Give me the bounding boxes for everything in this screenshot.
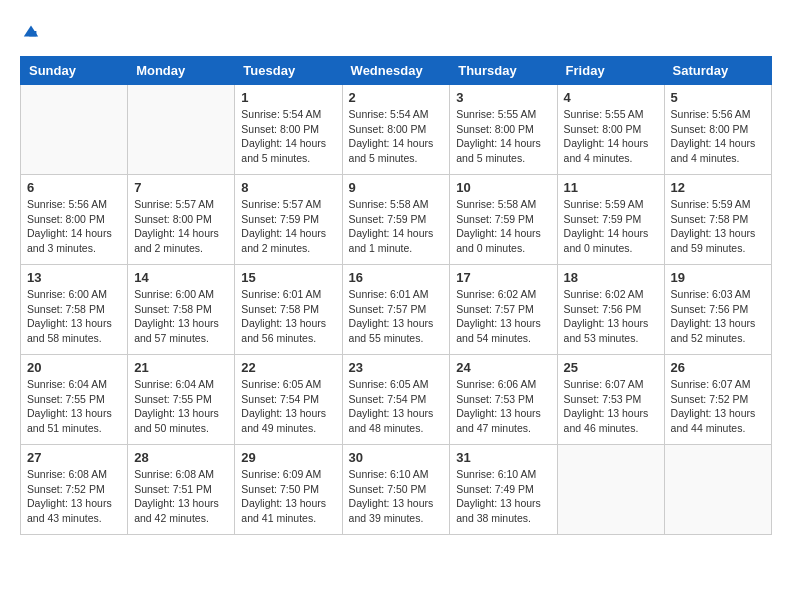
day-info: Sunrise: 6:04 AMSunset: 7:55 PMDaylight:… (27, 377, 121, 436)
day-number: 7 (134, 180, 228, 195)
day-number: 23 (349, 360, 444, 375)
day-info: Sunrise: 5:56 AMSunset: 8:00 PMDaylight:… (27, 197, 121, 256)
day-number: 19 (671, 270, 765, 285)
calendar-week-row: 1Sunrise: 5:54 AMSunset: 8:00 PMDaylight… (21, 85, 772, 175)
calendar-cell: 24Sunrise: 6:06 AMSunset: 7:53 PMDayligh… (450, 355, 557, 445)
calendar-cell: 10Sunrise: 5:58 AMSunset: 7:59 PMDayligh… (450, 175, 557, 265)
day-number: 1 (241, 90, 335, 105)
calendar-cell: 30Sunrise: 6:10 AMSunset: 7:50 PMDayligh… (342, 445, 450, 535)
calendar-cell (664, 445, 771, 535)
logo (20, 20, 40, 40)
day-number: 12 (671, 180, 765, 195)
day-info: Sunrise: 6:03 AMSunset: 7:56 PMDaylight:… (671, 287, 765, 346)
day-info: Sunrise: 6:08 AMSunset: 7:51 PMDaylight:… (134, 467, 228, 526)
calendar-header-friday: Friday (557, 57, 664, 85)
logo-icon (22, 22, 40, 40)
day-info: Sunrise: 6:02 AMSunset: 7:57 PMDaylight:… (456, 287, 550, 346)
calendar-cell: 9Sunrise: 5:58 AMSunset: 7:59 PMDaylight… (342, 175, 450, 265)
day-info: Sunrise: 6:08 AMSunset: 7:52 PMDaylight:… (27, 467, 121, 526)
day-info: Sunrise: 6:01 AMSunset: 7:58 PMDaylight:… (241, 287, 335, 346)
calendar-cell: 2Sunrise: 5:54 AMSunset: 8:00 PMDaylight… (342, 85, 450, 175)
day-number: 27 (27, 450, 121, 465)
day-number: 20 (27, 360, 121, 375)
calendar-cell: 28Sunrise: 6:08 AMSunset: 7:51 PMDayligh… (128, 445, 235, 535)
day-number: 30 (349, 450, 444, 465)
calendar-cell: 12Sunrise: 5:59 AMSunset: 7:58 PMDayligh… (664, 175, 771, 265)
day-info: Sunrise: 5:55 AMSunset: 8:00 PMDaylight:… (456, 107, 550, 166)
day-info: Sunrise: 6:10 AMSunset: 7:49 PMDaylight:… (456, 467, 550, 526)
page-header (20, 20, 772, 40)
calendar-cell: 27Sunrise: 6:08 AMSunset: 7:52 PMDayligh… (21, 445, 128, 535)
day-number: 21 (134, 360, 228, 375)
day-info: Sunrise: 5:55 AMSunset: 8:00 PMDaylight:… (564, 107, 658, 166)
calendar-week-row: 6Sunrise: 5:56 AMSunset: 8:00 PMDaylight… (21, 175, 772, 265)
calendar-header-sunday: Sunday (21, 57, 128, 85)
calendar-cell: 21Sunrise: 6:04 AMSunset: 7:55 PMDayligh… (128, 355, 235, 445)
day-number: 31 (456, 450, 550, 465)
day-info: Sunrise: 6:05 AMSunset: 7:54 PMDaylight:… (241, 377, 335, 436)
calendar-table: SundayMondayTuesdayWednesdayThursdayFrid… (20, 56, 772, 535)
day-info: Sunrise: 5:58 AMSunset: 7:59 PMDaylight:… (349, 197, 444, 256)
calendar-week-row: 27Sunrise: 6:08 AMSunset: 7:52 PMDayligh… (21, 445, 772, 535)
day-info: Sunrise: 5:59 AMSunset: 7:59 PMDaylight:… (564, 197, 658, 256)
calendar-cell: 26Sunrise: 6:07 AMSunset: 7:52 PMDayligh… (664, 355, 771, 445)
day-number: 2 (349, 90, 444, 105)
day-number: 10 (456, 180, 550, 195)
day-info: Sunrise: 5:54 AMSunset: 8:00 PMDaylight:… (241, 107, 335, 166)
svg-rect-1 (29, 31, 36, 36)
calendar-cell: 6Sunrise: 5:56 AMSunset: 8:00 PMDaylight… (21, 175, 128, 265)
calendar-cell: 3Sunrise: 5:55 AMSunset: 8:00 PMDaylight… (450, 85, 557, 175)
calendar-cell (21, 85, 128, 175)
day-number: 6 (27, 180, 121, 195)
day-info: Sunrise: 6:09 AMSunset: 7:50 PMDaylight:… (241, 467, 335, 526)
day-number: 22 (241, 360, 335, 375)
calendar-header-monday: Monday (128, 57, 235, 85)
day-info: Sunrise: 6:00 AMSunset: 7:58 PMDaylight:… (134, 287, 228, 346)
calendar-cell: 13Sunrise: 6:00 AMSunset: 7:58 PMDayligh… (21, 265, 128, 355)
day-number: 24 (456, 360, 550, 375)
calendar-cell: 31Sunrise: 6:10 AMSunset: 7:49 PMDayligh… (450, 445, 557, 535)
day-info: Sunrise: 6:04 AMSunset: 7:55 PMDaylight:… (134, 377, 228, 436)
calendar-cell: 14Sunrise: 6:00 AMSunset: 7:58 PMDayligh… (128, 265, 235, 355)
calendar-cell: 15Sunrise: 6:01 AMSunset: 7:58 PMDayligh… (235, 265, 342, 355)
calendar-cell: 18Sunrise: 6:02 AMSunset: 7:56 PMDayligh… (557, 265, 664, 355)
day-number: 18 (564, 270, 658, 285)
calendar-cell: 20Sunrise: 6:04 AMSunset: 7:55 PMDayligh… (21, 355, 128, 445)
day-info: Sunrise: 6:00 AMSunset: 7:58 PMDaylight:… (27, 287, 121, 346)
calendar-cell: 11Sunrise: 5:59 AMSunset: 7:59 PMDayligh… (557, 175, 664, 265)
day-number: 4 (564, 90, 658, 105)
calendar-header-saturday: Saturday (664, 57, 771, 85)
calendar-cell: 17Sunrise: 6:02 AMSunset: 7:57 PMDayligh… (450, 265, 557, 355)
calendar-header-thursday: Thursday (450, 57, 557, 85)
day-number: 13 (27, 270, 121, 285)
day-info: Sunrise: 5:59 AMSunset: 7:58 PMDaylight:… (671, 197, 765, 256)
day-info: Sunrise: 5:56 AMSunset: 8:00 PMDaylight:… (671, 107, 765, 166)
day-info: Sunrise: 5:57 AMSunset: 7:59 PMDaylight:… (241, 197, 335, 256)
calendar-cell: 16Sunrise: 6:01 AMSunset: 7:57 PMDayligh… (342, 265, 450, 355)
day-number: 9 (349, 180, 444, 195)
calendar-cell: 29Sunrise: 6:09 AMSunset: 7:50 PMDayligh… (235, 445, 342, 535)
day-info: Sunrise: 6:01 AMSunset: 7:57 PMDaylight:… (349, 287, 444, 346)
calendar-week-row: 13Sunrise: 6:00 AMSunset: 7:58 PMDayligh… (21, 265, 772, 355)
calendar-cell: 19Sunrise: 6:03 AMSunset: 7:56 PMDayligh… (664, 265, 771, 355)
calendar-cell (557, 445, 664, 535)
calendar-header-tuesday: Tuesday (235, 57, 342, 85)
day-number: 3 (456, 90, 550, 105)
day-number: 16 (349, 270, 444, 285)
header-row: SundayMondayTuesdayWednesdayThursdayFrid… (21, 57, 772, 85)
day-number: 26 (671, 360, 765, 375)
calendar-cell: 7Sunrise: 5:57 AMSunset: 8:00 PMDaylight… (128, 175, 235, 265)
day-info: Sunrise: 5:57 AMSunset: 8:00 PMDaylight:… (134, 197, 228, 256)
day-number: 25 (564, 360, 658, 375)
calendar-cell: 25Sunrise: 6:07 AMSunset: 7:53 PMDayligh… (557, 355, 664, 445)
calendar-cell (128, 85, 235, 175)
day-number: 29 (241, 450, 335, 465)
day-number: 15 (241, 270, 335, 285)
day-number: 11 (564, 180, 658, 195)
day-info: Sunrise: 6:07 AMSunset: 7:53 PMDaylight:… (564, 377, 658, 436)
calendar-cell: 22Sunrise: 6:05 AMSunset: 7:54 PMDayligh… (235, 355, 342, 445)
day-info: Sunrise: 6:10 AMSunset: 7:50 PMDaylight:… (349, 467, 444, 526)
day-number: 17 (456, 270, 550, 285)
day-info: Sunrise: 6:06 AMSunset: 7:53 PMDaylight:… (456, 377, 550, 436)
calendar-header-wednesday: Wednesday (342, 57, 450, 85)
